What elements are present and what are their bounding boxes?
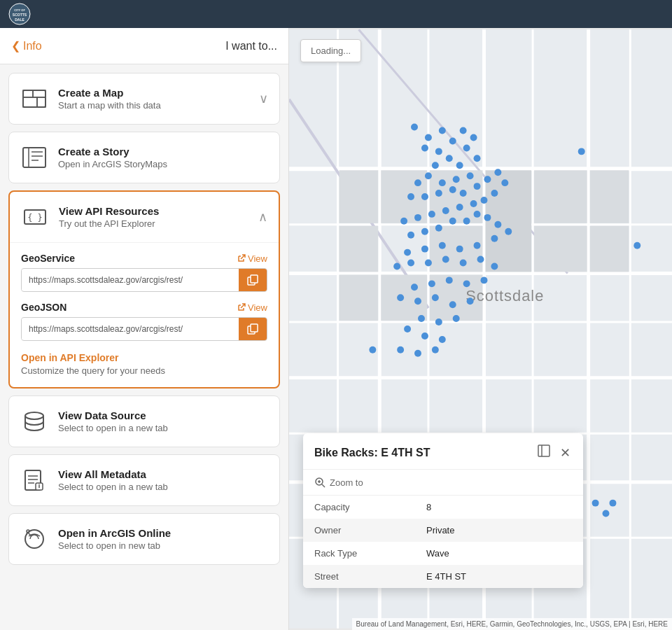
svg-point-81: [421, 193, 428, 200]
svg-point-90: [481, 197, 488, 204]
field-value: 8: [415, 496, 583, 519]
svg-point-85: [474, 183, 481, 190]
geoservice-header: GeoService View: [21, 253, 267, 264]
svg-point-29: [27, 530, 29, 533]
svg-text:SCOTTS: SCOTTS: [13, 13, 27, 17]
svg-rect-51: [340, 226, 379, 272]
svg-text:Scottsdale: Scottsdale: [465, 287, 544, 304]
map-attribution: Bureau of Land Management, Esri, HERE, G…: [352, 618, 672, 630]
svg-point-119: [481, 276, 488, 284]
svg-point-95: [414, 214, 421, 221]
api-explorer-link[interactable]: Open in API Explorer: [21, 352, 267, 363]
svg-point-64: [439, 127, 446, 134]
app-header: CITY OF SCOTTS DALE: [0, 0, 672, 28]
svg-rect-9: [23, 148, 46, 167]
svg-text:DALE: DALE: [15, 18, 24, 22]
create-map-subtitle: Start a map with this data: [58, 100, 249, 111]
svg-point-82: [435, 190, 442, 197]
create-map-text: Create a Map Start a map with this data: [58, 87, 249, 111]
popup-zoom-row[interactable]: Zoom to: [303, 470, 583, 496]
svg-rect-144: [538, 445, 550, 456]
header-logo: CITY OF SCOTTS DALE: [8, 3, 31, 25]
svg-point-92: [456, 204, 463, 211]
geojson-input-row: [21, 317, 267, 341]
view-metadata-item[interactable]: View All Metadata Select to open in a ne…: [8, 454, 280, 506]
svg-point-75: [467, 172, 474, 179]
svg-point-100: [449, 218, 456, 225]
table-row: Rack TypeWave: [303, 542, 583, 565]
view-api-section: { } View API Resources Try out the API E…: [8, 190, 280, 388]
svg-point-98: [421, 228, 428, 235]
popup-expand-button[interactable]: [536, 443, 552, 462]
geoservice-view-link[interactable]: View: [237, 253, 267, 264]
svg-point-70: [463, 144, 470, 151]
api-explorer-subtitle: Customize the query for your needs: [21, 365, 267, 376]
svg-rect-58: [534, 170, 587, 223]
svg-point-66: [435, 148, 442, 155]
view-api-subtitle: Try out the API Explorer: [59, 218, 248, 229]
zoom-search-icon: [314, 477, 326, 488]
svg-rect-5: [23, 90, 33, 97]
create-map-chevron-icon: ∨: [259, 91, 268, 106]
view-data-source-subtitle: Select to open in a new tab: [58, 423, 268, 433]
svg-point-123: [411, 284, 418, 290]
svg-point-137: [432, 346, 439, 354]
panel-title: I want to...: [225, 40, 277, 52]
geoservice-url-input[interactable]: [22, 270, 239, 290]
svg-point-129: [453, 315, 460, 322]
geojson-view-link[interactable]: View: [237, 302, 267, 313]
svg-point-79: [414, 179, 421, 186]
svg-point-130: [435, 318, 442, 326]
svg-rect-7: [23, 97, 37, 107]
geojson-url-input[interactable]: [22, 318, 239, 340]
svg-point-140: [609, 500, 616, 507]
svg-point-97: [407, 232, 414, 239]
geoservice-copy-button[interactable]: [239, 269, 267, 291]
view-data-source-item[interactable]: View Data Source Select to open in a new…: [8, 396, 280, 447]
popup-close-button[interactable]: ✕: [559, 444, 572, 462]
svg-point-131: [418, 315, 425, 322]
geoservice-row: GeoService View: [21, 253, 267, 292]
svg-point-113: [407, 260, 414, 267]
svg-point-74: [456, 162, 463, 169]
field-label: Rack Type: [303, 542, 415, 565]
svg-rect-6: [33, 90, 46, 97]
popup-title: Bike Racks: E 4TH ST: [314, 447, 430, 459]
copy-icon: [247, 274, 258, 286]
back-button[interactable]: ❮ Info: [11, 39, 42, 52]
svg-point-62: [411, 124, 418, 131]
create-map-item[interactable]: Create a Map Start a map with this data …: [8, 73, 280, 125]
svg-point-132: [404, 326, 411, 332]
create-story-icon: [20, 144, 48, 172]
map-panel[interactable]: Scottsdale: [289, 28, 672, 630]
svg-point-91: [470, 200, 477, 207]
external-link-icon: [237, 254, 246, 262]
zoom-to-label: Zoom to: [330, 477, 363, 488]
svg-point-89: [491, 190, 498, 197]
svg-rect-8: [37, 97, 46, 107]
view-api-text: View API Resources Try out the API Explo…: [59, 205, 248, 229]
create-story-item[interactable]: Create a Story Open in ArcGIS StoryMaps: [8, 132, 280, 183]
open-arcgis-title: Open in ArcGIS Online: [58, 527, 268, 539]
geojson-copy-button[interactable]: [239, 318, 267, 340]
open-arcgis-item[interactable]: Open in ArcGIS Online Select to open in …: [8, 513, 280, 565]
field-label: Street: [303, 565, 415, 588]
svg-point-127: [449, 301, 456, 308]
view-api-icon: { }: [21, 203, 49, 231]
svg-rect-52: [485, 170, 531, 272]
svg-rect-57: [590, 170, 629, 223]
loading-text: Loading...: [311, 46, 351, 56]
panel-header: ❮ Info I want to...: [0, 28, 288, 64]
map-container[interactable]: Scottsdale: [289, 28, 672, 630]
view-api-header[interactable]: { } View API Resources Try out the API E…: [10, 192, 279, 242]
svg-point-109: [439, 242, 446, 249]
back-chevron-icon: ❮: [11, 39, 20, 52]
open-arcgis-text: Open in ArcGIS Online Select to open in …: [58, 527, 268, 551]
view-data-source-icon: [20, 407, 48, 435]
menu-items-list: Create a Map Start a map with this data …: [0, 64, 288, 573]
svg-rect-60: [590, 226, 629, 272]
svg-point-101: [463, 218, 470, 225]
svg-point-83: [449, 186, 456, 193]
svg-point-111: [404, 249, 411, 256]
geojson-header: GeoJSON View: [21, 302, 267, 313]
